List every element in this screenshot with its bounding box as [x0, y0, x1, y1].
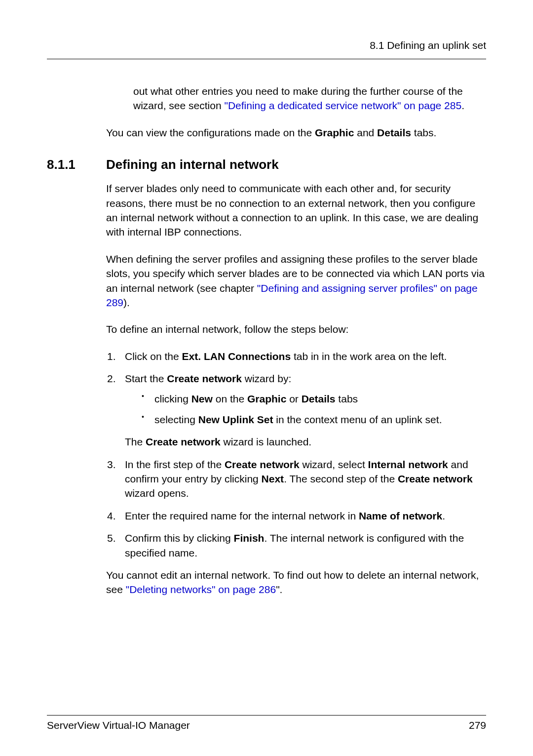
text: wizard, select: [300, 459, 368, 470]
text: ).: [123, 297, 130, 308]
page-number: 279: [469, 719, 486, 731]
step-number: 3.: [107, 457, 116, 472]
bold-create-network: Create network: [146, 436, 221, 447]
bold-create-network: Create network: [225, 459, 300, 470]
header-divider: [47, 59, 486, 59]
step-number: 2.: [107, 371, 116, 386]
para-1: If server blades only need to communicat…: [106, 181, 486, 239]
text: .: [461, 100, 464, 111]
step-2: 2. Start the Create network wizard by: c…: [106, 371, 486, 427]
step-number: 4.: [107, 509, 116, 523]
step-2-closing: The Create network wizard is launched.: [125, 435, 486, 449]
bold-new: New: [191, 393, 213, 404]
closing-para: You cannot edit an internal network. To …: [106, 568, 486, 597]
text: wizard is launched.: [221, 436, 311, 447]
subsection-heading-row: 8.1.1 Defining an internal network: [47, 157, 486, 172]
text: tab in in the work area on the left.: [291, 351, 447, 362]
bold-next: Next: [262, 473, 284, 484]
footer-title: ServerView Virtual-IO Manager: [47, 719, 190, 731]
bold-finish: Finish: [234, 532, 265, 544]
section-title: Defining an internal network: [106, 157, 279, 172]
bold-create-network: Create network: [167, 373, 242, 384]
text: on the: [213, 393, 247, 404]
text: tabs: [336, 393, 358, 404]
page-footer: ServerView Virtual-IO Manager 279: [47, 715, 486, 731]
step-2-bullets: clicking New on the Graphic or Details t…: [141, 392, 486, 427]
bold-create-network: Create network: [398, 473, 473, 484]
text: selecting: [154, 414, 198, 425]
bold-internal-network: Internal network: [368, 459, 448, 470]
text: You can view the configurations made on …: [106, 127, 315, 138]
continuation-paragraph: out what other entries you need to make …: [133, 84, 486, 113]
footer-row: ServerView Virtual-IO Manager 279: [47, 719, 486, 731]
bold-name-of-network: Name of network: [359, 510, 442, 521]
para-2: When defining the server profiles and as…: [106, 252, 486, 310]
section-number: 8.1.1: [47, 157, 106, 172]
bold-graphic: Graphic: [247, 393, 286, 404]
step-3: 3. In the first step of the Create netwo…: [106, 457, 486, 501]
running-header: 8.1 Defining an uplink set: [47, 40, 486, 51]
text: tabs.: [411, 127, 436, 138]
para-3: To define an internal network, follow th…: [106, 322, 486, 336]
text: or: [286, 393, 301, 404]
page-content: out what other entries you need to make …: [106, 84, 486, 140]
text: wizard by:: [242, 373, 291, 384]
footer-divider: [47, 715, 486, 716]
bold-details: Details: [302, 393, 336, 404]
text: and: [354, 127, 377, 138]
link-dedicated-service-network[interactable]: "Defining a dedicated service network" o…: [224, 100, 461, 111]
bold-ext-lan-connections: Ext. LAN Connections: [182, 351, 291, 362]
step-5: 5. Confirm this by clicking Finish. The …: [106, 531, 486, 560]
text: .: [442, 510, 445, 521]
section-body: If server blades only need to communicat…: [106, 181, 486, 597]
intro-paragraph: You can view the configurations made on …: [106, 125, 486, 140]
bold-details: Details: [377, 127, 411, 138]
text: In the first step of the: [125, 459, 225, 470]
text: Start the: [125, 373, 167, 384]
text: in the context menu of an uplink set.: [273, 414, 442, 425]
step-number: 5.: [107, 531, 116, 545]
steps-list: 1. Click on the Ext. LAN Connections tab…: [106, 349, 486, 560]
bullet-2: selecting New Uplink Set in the context …: [141, 412, 486, 427]
text: Click on the: [125, 351, 182, 362]
step-4: 4. Enter the required name for the inter…: [106, 509, 486, 523]
bold-graphic: Graphic: [315, 127, 354, 138]
text: The: [125, 436, 146, 447]
text: clicking: [154, 393, 191, 404]
bold-new-uplink-set: New Uplink Set: [198, 414, 273, 425]
step-1: 1. Click on the Ext. LAN Connections tab…: [106, 349, 486, 363]
text: wizard opens.: [125, 487, 189, 499]
text: Confirm this by clicking: [125, 532, 234, 544]
text: . The second step of the: [284, 473, 398, 484]
bullet-1: clicking New on the Graphic or Details t…: [141, 392, 486, 406]
link-deleting-networks[interactable]: "Deleting networks" on page 286: [126, 584, 276, 595]
text: ".: [276, 584, 282, 595]
text: Enter the required name for the internal…: [125, 510, 359, 521]
step-number: 1.: [107, 349, 116, 363]
